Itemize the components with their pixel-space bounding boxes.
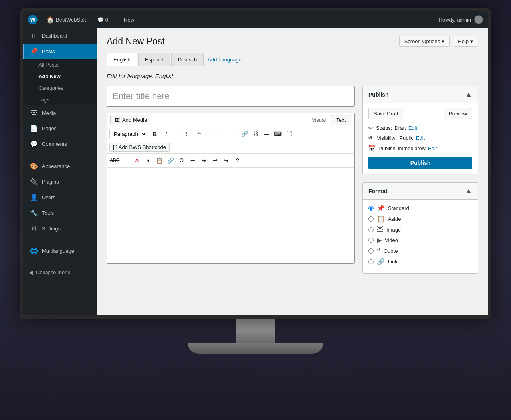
lang-tab-espanol[interactable]: Español bbox=[138, 53, 170, 66]
strikethrough-btn[interactable]: ABC bbox=[109, 155, 120, 166]
visibility-icon: 👁 bbox=[368, 135, 374, 141]
format-image-radio[interactable] bbox=[368, 227, 374, 232]
sidebar: ⊞ Dashboard 📌 Posts All Posts Add New Ca… bbox=[23, 28, 97, 315]
format-video-row: ▶ Video bbox=[368, 236, 472, 244]
sidebar-item-tags[interactable]: Tags bbox=[23, 94, 97, 105]
align-left-btn[interactable]: ≡ bbox=[206, 129, 216, 139]
post-title-input[interactable] bbox=[107, 86, 355, 107]
main-content: Add New Post Screen Options ▾ Help ▾ bbox=[97, 28, 488, 315]
special-char-btn[interactable]: Ω bbox=[176, 155, 187, 166]
format-box-body: 📌 Standard 📋 Aside bbox=[363, 200, 478, 273]
wp-logo-icon[interactable]: W bbox=[28, 15, 38, 24]
publish-date-edit-link[interactable]: Edit bbox=[428, 145, 437, 151]
format-standard-row: 📌 Standard bbox=[368, 204, 472, 212]
blockquote-btn[interactable]: ❝ bbox=[194, 129, 205, 139]
sidebar-item-dashboard[interactable]: ⊞ Dashboard bbox=[23, 28, 97, 44]
publish-box: Publish ▲ Save Draft P bbox=[362, 86, 478, 174]
hr-btn[interactable]: — bbox=[121, 155, 131, 166]
lang-tab-deutsch[interactable]: Deutsch bbox=[171, 53, 204, 66]
text-color-btn[interactable]: A bbox=[132, 155, 142, 166]
outdent-btn[interactable]: ⇤ bbox=[188, 155, 198, 166]
sidebar-item-tools[interactable]: 🔧 Tools bbox=[23, 205, 97, 221]
paragraph-select[interactable]: Paragraph bbox=[109, 129, 147, 139]
video-icon: ▶ bbox=[377, 236, 382, 244]
collapse-menu-btn[interactable]: ◀ Collapse menu bbox=[23, 265, 97, 279]
help-label: Help bbox=[458, 38, 469, 44]
unlink-btn[interactable]: ⛓ bbox=[250, 129, 261, 139]
new-post-link[interactable]: + New bbox=[117, 15, 137, 24]
format-box-toggle[interactable]: ▲ bbox=[465, 187, 472, 195]
save-draft-btn[interactable]: Save Draft bbox=[368, 108, 403, 119]
paste-text-btn[interactable]: 📋 bbox=[154, 155, 164, 166]
page-title: Add New Post bbox=[107, 36, 165, 47]
sidebar-item-label: Multilanguage bbox=[42, 248, 74, 254]
add-language-label: Add Language bbox=[208, 57, 242, 63]
comments-link[interactable]: 💬 0 bbox=[95, 15, 111, 24]
color-picker-btn[interactable]: ▾ bbox=[143, 155, 153, 166]
format-standard-radio[interactable] bbox=[368, 206, 374, 211]
sidebar-item-users[interactable]: 👤 Users bbox=[23, 190, 97, 205]
fullscreen-btn[interactable]: ⛶ bbox=[284, 129, 294, 139]
align-right-btn[interactable]: ≡ bbox=[228, 129, 238, 139]
publish-box-toggle[interactable]: ▲ bbox=[465, 90, 472, 99]
format-link-radio[interactable] bbox=[368, 259, 374, 264]
sidebar-item-all-posts[interactable]: All Posts bbox=[23, 59, 97, 71]
format-quote-radio[interactable] bbox=[368, 248, 374, 254]
status-edit-link[interactable]: Edit bbox=[408, 125, 417, 131]
all-posts-label: All Posts bbox=[38, 62, 59, 68]
help-editor-btn[interactable]: ? bbox=[232, 155, 243, 166]
publish-btn[interactable]: Publish bbox=[368, 157, 472, 169]
help-btn[interactable]: Help ▾ bbox=[453, 36, 478, 47]
plugins-icon: 🔌 bbox=[30, 178, 38, 186]
keyboard-shortcut-btn[interactable]: ⌨ bbox=[273, 129, 283, 139]
ordered-list-btn[interactable]: ⋮≡ bbox=[183, 129, 194, 139]
sidebar-item-media[interactable]: 🖼 Media bbox=[23, 105, 97, 121]
editor-body[interactable] bbox=[107, 168, 354, 263]
visibility-edit-link[interactable]: Edit bbox=[416, 135, 425, 141]
align-center-btn[interactable]: ≡ bbox=[217, 129, 227, 139]
format-video-radio[interactable] bbox=[368, 238, 374, 243]
visual-tab[interactable]: Visual bbox=[307, 115, 331, 125]
sidebar-item-add-new[interactable]: Add New bbox=[23, 71, 97, 82]
sidebar-item-pages[interactable]: 📄 Pages bbox=[23, 121, 97, 136]
italic-btn[interactable]: I bbox=[161, 129, 171, 139]
editor-toolbar-row3: ABC — A ▾ 📋 🔗 Ω ⇤ ⇥ ↩ bbox=[107, 154, 354, 168]
bold-btn[interactable]: B bbox=[150, 129, 160, 139]
preview-btn[interactable]: Preview bbox=[444, 108, 472, 119]
image-icon: 🖼 bbox=[377, 226, 383, 233]
undo-btn[interactable]: ↩ bbox=[210, 155, 220, 166]
sidebar-item-appearance[interactable]: 🎨 Appearance bbox=[23, 158, 97, 174]
sidebar-item-categories[interactable]: Categories bbox=[23, 82, 97, 94]
lang-tab-english[interactable]: English bbox=[107, 53, 137, 66]
tags-label: Tags bbox=[38, 97, 49, 103]
more-btn[interactable]: — bbox=[261, 129, 272, 139]
unordered-list-btn[interactable]: ≡ bbox=[172, 129, 182, 139]
monitor-stand-base bbox=[188, 343, 323, 354]
sidebar-item-settings[interactable]: ⚙ Settings bbox=[23, 221, 97, 236]
site-name-link[interactable]: 🏠 BestWebSoft bbox=[44, 14, 89, 25]
screen-options-btn[interactable]: Screen Options ▾ bbox=[399, 36, 450, 47]
shortcode-btn[interactable]: [ ] Add BWS Shortcode bbox=[109, 143, 170, 152]
sidebar-item-multilanguage[interactable]: 🌐 Multilanguage bbox=[23, 243, 97, 259]
publish-actions: Save Draft Preview bbox=[368, 108, 472, 119]
sidebar-item-plugins[interactable]: 🔌 Plugins bbox=[23, 174, 97, 190]
format-aside-radio[interactable] bbox=[368, 216, 374, 222]
status-icon: ✏ bbox=[368, 124, 374, 131]
media-icon: 🖼 bbox=[30, 109, 38, 117]
sidebar-item-posts[interactable]: 📌 Posts bbox=[23, 44, 97, 59]
add-media-btn[interactable]: 🖼 Add Media bbox=[110, 115, 151, 125]
standard-icon: 📌 bbox=[377, 204, 385, 212]
sidebar-item-label: Tools bbox=[42, 210, 54, 216]
sidebar-item-comments[interactable]: 💬 Comments bbox=[23, 136, 97, 152]
add-language-link[interactable]: Add Language bbox=[208, 57, 242, 63]
editor-top-bar: 🖼 Add Media Visual Text bbox=[107, 113, 354, 127]
pages-icon: 📄 bbox=[30, 125, 38, 132]
link-btn[interactable]: 🔗 bbox=[239, 129, 250, 139]
indent-btn[interactable]: ⇥ bbox=[199, 155, 209, 166]
format-aside-label: Aside bbox=[388, 216, 401, 222]
howdy-text: Howdy, admin bbox=[439, 17, 471, 23]
format-image-row: 🖼 Image bbox=[368, 226, 472, 233]
text-tab[interactable]: Text bbox=[331, 115, 351, 125]
remove-format-btn[interactable]: 🔗 bbox=[165, 155, 176, 166]
redo-btn[interactable]: ↪ bbox=[221, 155, 232, 166]
